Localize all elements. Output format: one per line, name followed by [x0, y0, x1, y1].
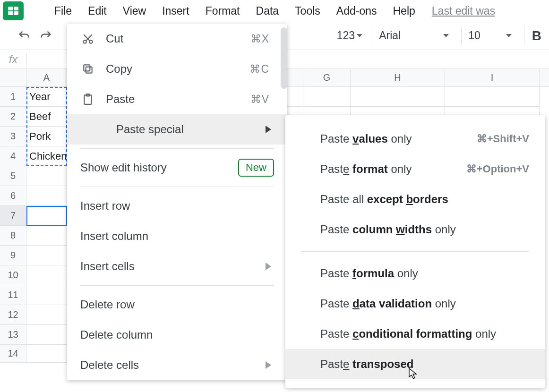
- ctx-cut[interactable]: Cut ⌘X: [67, 24, 287, 54]
- submenu-item-7[interactable]: Paste conditional formatting only: [285, 319, 545, 349]
- ctx-label: Insert row: [80, 199, 274, 213]
- cell-A4[interactable]: Chicken: [26, 146, 67, 166]
- row-header[interactable]: 7: [0, 206, 26, 226]
- chevron-right-icon: [266, 361, 271, 369]
- ctx-paste-special[interactable]: Paste special: [67, 114, 287, 145]
- row-header[interactable]: 1: [0, 87, 26, 107]
- cell-A7[interactable]: [26, 206, 67, 226]
- row-header[interactable]: 14: [0, 345, 26, 363]
- cell-A14[interactable]: [26, 345, 67, 363]
- row-header[interactable]: 9: [0, 246, 26, 265]
- cell-A13[interactable]: [26, 325, 67, 345]
- submenu-item-5[interactable]: Paste formula only: [285, 258, 545, 289]
- new-badge: New: [238, 159, 274, 177]
- cut-icon: [80, 33, 95, 45]
- menu-help[interactable]: Help: [385, 1, 423, 21]
- caret-down-icon: [443, 34, 449, 37]
- chevron-right-icon: [266, 263, 271, 270]
- ctx-label: Insert column: [80, 230, 274, 243]
- menubar: File Edit View Insert Format Data Tools …: [0, 0, 549, 22]
- undo-icon[interactable]: [16, 28, 32, 44]
- font-size-dropdown[interactable]: 10: [461, 26, 518, 45]
- ctx-delete-row[interactable]: Delete row: [67, 290, 287, 320]
- row-header[interactable]: 3: [0, 127, 26, 146]
- menu-view[interactable]: View: [115, 1, 154, 21]
- submenu-label: Paste data validation only: [320, 297, 529, 310]
- row-header[interactable]: 8: [0, 226, 26, 246]
- row-header[interactable]: 6: [0, 186, 26, 206]
- ctx-paste[interactable]: Paste ⌘V: [67, 84, 287, 114]
- ctx-shortcut: ⌘V: [250, 93, 269, 106]
- ctx-insert-column[interactable]: Insert column: [67, 221, 287, 251]
- submenu-label: Paste formula only: [320, 267, 529, 280]
- ctx-show-edit-history[interactable]: Show edit history New: [67, 153, 287, 183]
- cell-A2[interactable]: Beef: [26, 107, 67, 127]
- number-format-dropdown[interactable]: 123: [333, 29, 366, 42]
- svg-point-1: [89, 40, 93, 43]
- submenu-item-3[interactable]: Paste column widths only: [285, 214, 545, 245]
- col-header-H[interactable]: H: [351, 69, 445, 86]
- ctx-insert-cells[interactable]: Insert cells: [67, 251, 287, 281]
- menu-data[interactable]: Data: [248, 1, 287, 21]
- cell-A12[interactable]: [26, 305, 67, 325]
- cell-G1[interactable]: [303, 87, 351, 107]
- copy-icon: [80, 63, 95, 75]
- menu-file[interactable]: File: [46, 1, 80, 21]
- menu-addons[interactable]: Add-ons: [328, 1, 385, 21]
- col-header-I[interactable]: I: [445, 69, 540, 86]
- select-all-corner[interactable]: [0, 69, 26, 86]
- cell-A1[interactable]: Year: [26, 87, 67, 107]
- paste-special-submenu: Paste values only⌘+Shift+VPaste format o…: [285, 115, 545, 388]
- row-header[interactable]: 13: [0, 325, 26, 345]
- cell-A8[interactable]: [26, 226, 67, 246]
- bold-button[interactable]: B: [524, 26, 549, 45]
- sheets-app-icon[interactable]: [3, 1, 24, 20]
- submenu-label: Paste conditional formatting only: [320, 327, 529, 341]
- col-header-A[interactable]: A: [26, 69, 67, 86]
- paste-icon: [80, 93, 95, 105]
- cell-I1[interactable]: [445, 87, 540, 107]
- context-menu-scrollbar[interactable]: [281, 27, 287, 89]
- cell-A5[interactable]: [26, 166, 67, 186]
- cell-A11[interactable]: [26, 285, 67, 305]
- context-menu: Cut ⌘X Copy ⌘C Paste ⌘V Paste special Sh…: [67, 24, 287, 380]
- ctx-label: Show edit history: [80, 161, 228, 174]
- row-header[interactable]: 10: [0, 265, 26, 285]
- cell-H1[interactable]: [351, 87, 445, 107]
- submenu-item-6[interactable]: Paste data validation only: [285, 289, 545, 319]
- ctx-delete-cells[interactable]: Delete cells: [67, 350, 287, 380]
- menu-tools[interactable]: Tools: [287, 1, 328, 21]
- redo-icon[interactable]: [38, 28, 54, 44]
- submenu-item-1[interactable]: Paste format only⌘+Option+V: [285, 154, 545, 184]
- ctx-delete-column[interactable]: Delete column: [67, 320, 287, 350]
- svg-point-0: [83, 40, 86, 43]
- cell-A6[interactable]: [26, 186, 67, 206]
- ctx-copy[interactable]: Copy ⌘C: [67, 54, 287, 84]
- ctx-insert-row[interactable]: Insert row: [67, 191, 287, 221]
- font-family-dropdown[interactable]: Arial: [372, 26, 455, 45]
- row-header[interactable]: 4: [0, 146, 26, 166]
- row-header[interactable]: 12: [0, 305, 26, 325]
- ctx-label: Insert cells: [80, 260, 255, 273]
- menu-format[interactable]: Format: [197, 1, 248, 21]
- chevron-right-icon: [266, 126, 271, 133]
- col-header-G[interactable]: G: [303, 69, 351, 86]
- row-header[interactable]: 2: [0, 107, 26, 127]
- ctx-shortcut: ⌘C: [249, 63, 269, 76]
- cell-A10[interactable]: [26, 265, 67, 285]
- ctx-label: Paste special: [116, 123, 255, 136]
- submenu-item-0[interactable]: Paste values only⌘+Shift+V: [285, 124, 545, 154]
- row-header[interactable]: 5: [0, 166, 26, 186]
- row-header[interactable]: 11: [0, 285, 26, 305]
- svg-rect-2: [86, 67, 92, 73]
- submenu-item-2[interactable]: Paste all except borders: [285, 184, 545, 214]
- submenu-label: Paste format only: [320, 162, 466, 176]
- submenu-item-8[interactable]: Paste transposed: [285, 349, 545, 379]
- ctx-label: Delete cells: [80, 358, 255, 372]
- ctx-label: Paste: [106, 93, 240, 106]
- cell-A9[interactable]: [26, 246, 67, 265]
- cell-A3[interactable]: Pork: [26, 127, 67, 146]
- menu-insert[interactable]: Insert: [154, 1, 197, 21]
- menu-edit[interactable]: Edit: [80, 1, 115, 21]
- last-edit-link[interactable]: Last edit was: [432, 5, 495, 17]
